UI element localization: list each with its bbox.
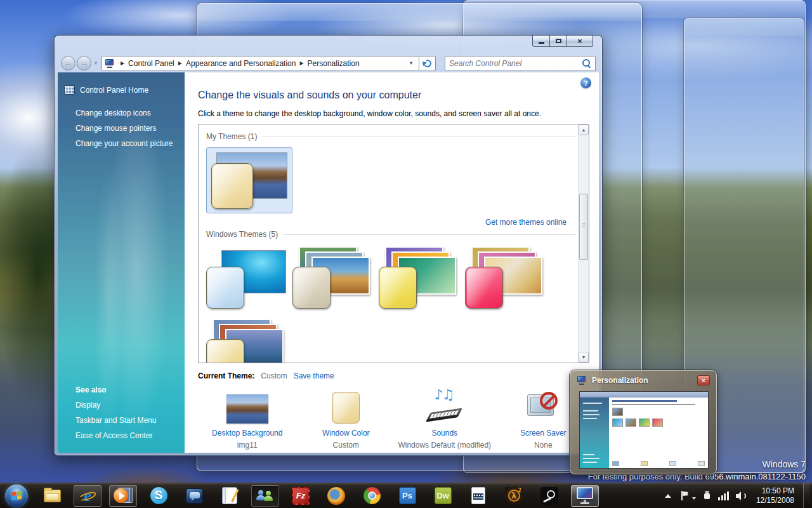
back-button[interactable]: ← [61, 56, 75, 70]
taskbar-half-life-2[interactable]: λ2 [500, 485, 528, 507]
themes-listbox: My Themes (1) Get more themes online Win… [198, 124, 589, 363]
scrollbar-track[interactable] [579, 135, 589, 352]
setting-desktop-background[interactable]: Desktop Background img11 [198, 388, 297, 450]
setting-label[interactable]: Desktop Background [212, 429, 282, 438]
show-desktop-button[interactable] [803, 483, 809, 508]
preview-thumbnail-image[interactable] [579, 391, 709, 469]
skype-icon: S [150, 487, 167, 504]
setting-value: img11 [237, 441, 258, 450]
search-box[interactable] [445, 56, 596, 71]
theme-tile-windows-2[interactable] [292, 246, 375, 310]
breadcrumb-separator-icon[interactable]: ▶ [174, 60, 186, 66]
taskbar-skype[interactable]: S [145, 485, 173, 507]
taskbar-photoshop[interactable]: Ps [393, 485, 421, 507]
sidebar-item-control-panel-home[interactable]: Control Panel Home [64, 85, 185, 95]
taskbar-filezilla[interactable]: Fz [287, 485, 315, 507]
windows-themes-row [206, 246, 575, 310]
dreamweaver-icon: Dw [435, 487, 452, 504]
sidebar-item-change-account-picture[interactable]: Change your account picture [75, 139, 185, 148]
windows-themes-group-header: Windows Themes (5) [206, 230, 575, 239]
screen-saver-icon [527, 391, 559, 424]
taskbar-internet-explorer[interactable]: e [74, 485, 102, 507]
taskbar-windows-explorer[interactable] [38, 485, 66, 507]
scroll-down-icon[interactable]: ▼ [579, 352, 589, 363]
steam-icon [540, 487, 558, 505]
sidebar-item-display[interactable]: Display [75, 401, 185, 410]
theme-color-swatch [465, 267, 503, 309]
breadcrumb[interactable]: ▶ Control Panel ▶ Appearance and Persona… [102, 56, 419, 71]
taskbar-personalization-active[interactable] [571, 485, 599, 507]
sidebar-item-change-desktop-icons[interactable]: Change desktop icons [75, 109, 185, 117]
taskbar-dreamweaver[interactable]: Dw [429, 485, 457, 507]
setting-window-color[interactable]: Window Color Custom [297, 388, 396, 450]
setting-sounds[interactable]: ♪♫ Sounds Windows Default (modified) [395, 388, 494, 450]
personalization-window: × ← → ▼ ▶ Control Panel ▶ Appearance and… [54, 35, 603, 456]
clock-time: 10:50 PM [756, 486, 794, 496]
network-signal-icon[interactable] [718, 491, 729, 500]
address-dropdown-icon[interactable]: ▼ [405, 60, 417, 66]
action-center-flag-icon[interactable] [681, 491, 690, 500]
personalization-icon [105, 59, 115, 68]
taskbar-messaging-app[interactable] [180, 485, 208, 507]
sidebar-item-taskbar-start-menu[interactable]: Taskbar and Start Menu [75, 416, 185, 425]
setting-label[interactable]: Screen Saver [520, 429, 566, 438]
power-plug-icon[interactable] [703, 491, 711, 501]
breadcrumb-personalization[interactable]: Personalization [308, 59, 360, 68]
taskbar-steam[interactable] [535, 485, 563, 507]
breadcrumb-appearance[interactable]: Appearance and Personalization [186, 59, 296, 68]
theme-tile-windows-3[interactable] [379, 246, 461, 310]
breadcrumb-control-panel[interactable]: Control Panel [128, 59, 174, 68]
taskbar-firefox[interactable] [322, 485, 350, 507]
group-divider [262, 137, 575, 137]
forward-button[interactable]: → [77, 56, 91, 70]
sidebar-item-change-mouse-pointers[interactable]: Change mouse pointers [75, 124, 185, 133]
control-panel-icon [64, 85, 75, 95]
scroll-up-icon[interactable]: ▲ [579, 124, 589, 135]
maximize-button[interactable] [549, 36, 567, 47]
theme-tile-windows-5[interactable] [206, 319, 289, 363]
taskbar-windows-journal[interactable] [216, 485, 244, 507]
close-button[interactable]: × [566, 36, 593, 47]
minimize-button[interactable] [532, 36, 550, 47]
theme-tile-windows-4[interactable] [465, 246, 547, 310]
personalization-icon [577, 376, 587, 385]
taskbar-thumbnail-preview[interactable]: Personalization × [570, 370, 717, 474]
theme-tile-custom-selected[interactable] [206, 147, 292, 213]
taskbar-clock[interactable]: 10:50 PM 12/15/2008 [756, 486, 794, 505]
group-divider [283, 234, 575, 235]
taskbar-media-player[interactable] [109, 485, 137, 507]
taskbar: e S Fz Ps Dw λ2 10:50 PM 12/15/2008 [0, 483, 812, 508]
firefox-icon [327, 487, 345, 505]
current-theme-value: Custom [261, 371, 287, 380]
breadcrumb-separator-icon[interactable]: ▶ [296, 60, 307, 66]
recent-pages-dropdown[interactable]: ▼ [93, 60, 98, 66]
get-more-themes-link[interactable]: Get more themes online [485, 218, 566, 227]
maximize-icon [556, 39, 561, 43]
taskbar-movie-maker[interactable] [464, 485, 492, 507]
save-theme-link[interactable]: Save theme [294, 371, 334, 380]
chrome-icon [363, 487, 381, 504]
sidebar-item-ease-of-access[interactable]: Ease of Access Center [75, 431, 185, 440]
volume-icon[interactable] [736, 491, 747, 500]
setting-label[interactable]: Window Color [322, 429, 370, 438]
theme-tile-windows-1[interactable] [206, 246, 289, 310]
setting-label[interactable]: Sounds [431, 429, 457, 438]
breadcrumb-separator-icon: ▶ [117, 60, 128, 66]
scrollbar-thumb[interactable] [579, 194, 588, 260]
search-icon [582, 58, 591, 68]
show-hidden-icons-icon[interactable] [665, 494, 671, 498]
folder-icon [44, 490, 61, 502]
scrollbar[interactable]: ▲ ▼ [578, 124, 589, 363]
refresh-button[interactable] [419, 56, 436, 71]
search-input[interactable] [449, 59, 582, 68]
page-title: Change the visuals and sounds on your co… [198, 90, 599, 101]
preview-close-button[interactable]: × [697, 375, 710, 385]
taskbar-windows-messenger[interactable] [251, 485, 279, 507]
windows-flag-icon [11, 490, 22, 500]
forward-icon: → [80, 58, 88, 68]
taskbar-chrome[interactable] [358, 485, 386, 507]
sidebar-see-also: See also Display Taskbar and Start Menu … [75, 385, 185, 440]
sidebar: Control Panel Home Change desktop icons … [58, 72, 185, 453]
start-button[interactable] [5, 485, 28, 507]
help-icon[interactable]: ? [580, 77, 591, 88]
